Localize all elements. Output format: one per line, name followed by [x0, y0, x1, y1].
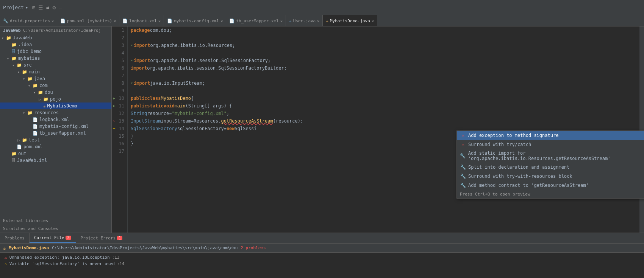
icon-settings[interactable]: ⚙: [53, 5, 56, 11]
tree-item-4[interactable]: ▾ 📁 src: [0, 62, 111, 68]
line-number-text-11: 11: [119, 102, 124, 110]
tree-icon-16: 📄: [17, 144, 22, 149]
autocomplete-item-4[interactable]: 🔧 Surround with try-with-resources block…: [457, 172, 644, 181]
bottom-panel: Problems Current File 2 Project Errors 1…: [0, 233, 644, 278]
scratches-consoles[interactable]: Scratches and Consoles: [0, 225, 111, 233]
tree-item-3[interactable]: ▾ 📁 mybaties: [0, 55, 111, 62]
tab-label-user: User.java: [293, 19, 316, 23]
code-line-3[interactable]: ▾import org.apache.ibatis.io.Resources;: [131, 42, 639, 49]
tree-arrow-6[interactable]: ▾: [23, 77, 27, 81]
tree-item-12[interactable]: 📄 logback.xml: [0, 116, 111, 123]
tab-close-tb-mapper[interactable]: ✕: [280, 19, 283, 23]
tab-label-tb-mapper: tb_userMapper.xml: [236, 19, 279, 23]
tree-arrow-7[interactable]: ▾: [28, 84, 33, 88]
tree-item-5[interactable]: ▾ 📁 main: [0, 68, 111, 75]
icon-split[interactable]: ⇄: [46, 5, 49, 11]
code-line-8[interactable]: ▾import java.io.InputStream;: [131, 79, 639, 87]
tree-arrow-3[interactable]: ▾: [7, 56, 11, 61]
tree-item-8[interactable]: ▾ 📁 dou: [0, 89, 111, 96]
autocomplete-label-0: Add exception to method signature: [468, 133, 558, 138]
project-title: JavaWeb: [3, 28, 20, 33]
line-num-17: 17: [113, 148, 124, 155]
code-line-6[interactable]: import org.apache.ibatis.session.SqlSess…: [131, 64, 639, 72]
tree-arrow-8[interactable]: ▾: [33, 90, 38, 95]
tab-user[interactable]: ☕ User.java ✕: [286, 15, 323, 26]
tree-arrow-15[interactable]: ▷: [17, 138, 22, 142]
tab-close-user[interactable]: ✕: [317, 19, 319, 23]
tab-druid[interactable]: 🔧 druid.properties ✕: [0, 15, 57, 26]
code-line-4[interactable]: [131, 49, 639, 57]
tree-label-17: out: [18, 151, 27, 156]
tab-close-druid[interactable]: ✕: [52, 19, 54, 23]
external-libraries[interactable]: External Libraries: [0, 217, 111, 225]
code-line-10[interactable]: public class MybatisDemo {: [131, 95, 639, 102]
tab-close-mybatis-config[interactable]: ✕: [220, 19, 223, 23]
tree-item-0[interactable]: ▾ 📁 JavaWeb: [0, 34, 111, 41]
status-java-icon: ☕: [3, 245, 6, 251]
line-num-4: 4: [113, 49, 124, 57]
run-icon-10[interactable]: ▶: [113, 95, 115, 102]
autocomplete-item-2[interactable]: 🔧 Add static import for 'org.apache.ibat…: [457, 149, 644, 163]
autocomplete-item-1[interactable]: ⚠ Surround with try/catch: [457, 140, 644, 149]
tree-item-9[interactable]: ▷ 📁 pojo: [0, 96, 111, 103]
tab-mybatisdemo[interactable]: ☕ MybatisDemo.java ✕: [323, 15, 377, 26]
autocomplete-item-left-2: 🔧 Add static import for 'org.apache.ibat…: [460, 151, 644, 161]
tree-item-14[interactable]: 📄 tb_userMapper.xml: [0, 130, 111, 137]
icon-minimize[interactable]: —: [59, 5, 62, 11]
tree-arrow-5[interactable]: ▾: [17, 70, 22, 74]
bottom-tab-project-errors[interactable]: Project Errors 1: [76, 233, 128, 243]
tree-item-10[interactable]: ☕ MybatisDemo: [0, 103, 111, 109]
right-scrollbar[interactable]: [639, 26, 644, 233]
tree-arrow-4[interactable]: ▾: [12, 63, 17, 67]
top-bar: Project ▾ ⊞ ☰ ⇄ ⚙ —: [0, 0, 644, 15]
code-line-1[interactable]: package com.dou;: [131, 26, 639, 34]
tab-close-mybatisdemo[interactable]: ✕: [372, 19, 374, 23]
tree-item-7[interactable]: ▾ 📁 com: [0, 82, 111, 89]
line-number-text-4: 4: [122, 49, 124, 57]
tab-tb-mapper[interactable]: 📄 tb_userMapper.xml ✕: [226, 15, 286, 26]
tab-pom[interactable]: 📄 pom.xml (mybaties) ✕: [57, 15, 119, 26]
tree-item-1[interactable]: 📁 .idea: [0, 41, 111, 48]
tree-item-18[interactable]: 🗄 JavaWeb.iml: [0, 157, 111, 164]
bottom-tab-problems[interactable]: Problems: [0, 233, 30, 243]
tree-item-15[interactable]: ▷ 📁 test: [0, 137, 111, 143]
tree-arrow-9[interactable]: ▷: [39, 97, 43, 101]
autocomplete-item-3[interactable]: 🔧 Split into declaration and assignment …: [457, 163, 644, 172]
tree-label-18: JavaWeb.iml: [17, 158, 47, 163]
autocomplete-icon-2: 🔧: [460, 153, 466, 159]
line-num-10: ▶10: [113, 95, 124, 102]
code-line-9[interactable]: [131, 87, 639, 95]
run-icon-11[interactable]: ▶: [113, 102, 115, 110]
project-dropdown-icon[interactable]: ▾: [25, 5, 28, 10]
tree-item-17[interactable]: 📁 out: [0, 150, 111, 157]
code-lines[interactable]: package com.dou; ▾import org.apache.ibat…: [128, 26, 639, 233]
line-number-text-2: 2: [122, 34, 124, 42]
code-line-11[interactable]: public static void main(String[] args) {: [131, 102, 639, 110]
code-line-7[interactable]: [131, 72, 639, 79]
code-line-12[interactable]: String resource = "mybatis-config.xml";: [131, 110, 639, 117]
tab-close-logback[interactable]: ✕: [158, 19, 161, 23]
tree-item-2[interactable]: 🗄 jdbc_Demo: [0, 48, 111, 55]
line-num-1: 1: [113, 26, 124, 34]
project-label[interactable]: Project ▾: [3, 5, 28, 10]
icon-layout[interactable]: ⊞: [32, 5, 35, 11]
icon-list[interactable]: ☰: [38, 5, 43, 11]
tree-arrow-0[interactable]: ▾: [2, 36, 6, 40]
warn-gutter-icon-14: ─: [113, 125, 115, 132]
tree-item-13[interactable]: 📄 mybatis-config.xml: [0, 123, 111, 130]
tree-item-11[interactable]: ▾ 📁 resources: [0, 109, 111, 116]
tab-logback[interactable]: 📄 logback.xml ✕: [119, 15, 164, 26]
line-number-text-12: 12: [119, 110, 124, 117]
tree-item-16[interactable]: 📄 pom.xml: [0, 143, 111, 150]
code-line-2[interactable]: [131, 34, 639, 42]
code-line-5[interactable]: ▾import org.apache.ibatis.session.SqlSes…: [131, 57, 639, 64]
autocomplete-item-5[interactable]: 🔧 Add method contract to 'getResourceAsS…: [457, 181, 644, 190]
tab-close-pom[interactable]: ✕: [114, 19, 116, 23]
tab-mybatis-config[interactable]: 📄 mybatis-config.xml ✕: [164, 15, 226, 26]
bottom-tab-current-file[interactable]: Current File 2: [30, 233, 76, 243]
autocomplete-item-0[interactable]: ⚠ Add exception to method signature ▶: [457, 131, 644, 140]
code-line-13[interactable]: InputStream inputStream = Resources.getR…: [131, 117, 639, 125]
tree-arrow-11[interactable]: ▾: [23, 111, 27, 115]
tree-item-6[interactable]: ▾ 📁 java: [0, 75, 111, 82]
line-num-9: 9: [113, 87, 124, 95]
